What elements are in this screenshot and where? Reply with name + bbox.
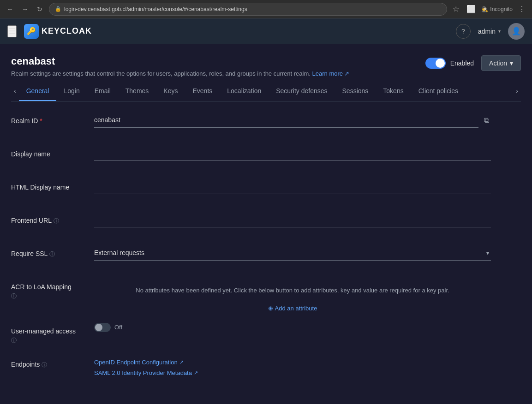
frontend-url-help-icon: ⓘ — [54, 217, 59, 225]
page-header-actions: Enabled Action ▾ — [425, 55, 521, 71]
url-bar[interactable]: 🔒 login-dev.cenabast.gob.cl/admin/master… — [49, 3, 447, 16]
tab-email[interactable]: Email — [87, 82, 118, 101]
action-button[interactable]: Action ▾ — [481, 55, 521, 71]
user-managed-off-label: Off — [114, 324, 122, 331]
endpoint-links: OpenID Endpoint Configuration ↗ SAML 2.0… — [94, 356, 491, 376]
incognito-area: 🕵 Incognito — [481, 6, 513, 12]
display-name-input[interactable] — [94, 146, 491, 161]
user-managed-input-col: Off — [94, 323, 491, 332]
endpoint-2-label: SAML 2.0 Identity Provider Metadata — [94, 369, 192, 376]
tab-scroll-right[interactable]: › — [513, 81, 521, 101]
app-header: ☰ 🔑 KEYCLOAK ? admin ▾ 👤 — [0, 18, 532, 44]
tab-events[interactable]: Events — [185, 82, 220, 101]
acr-empty-text: No attributes have been defined yet. Cli… — [136, 287, 449, 294]
endpoints-field: Endpoints ⓘ OpenID Endpoint Configuratio… — [11, 356, 521, 378]
tab-keys[interactable]: Keys — [156, 82, 185, 101]
reload-button[interactable]: ↻ — [34, 4, 45, 15]
require-ssl-select[interactable]: External requests None All requests — [94, 245, 491, 261]
browser-actions: ☆ ⬜ 🕵 Incognito ⋮ — [451, 3, 527, 15]
extensions-button[interactable]: ⬜ — [465, 3, 478, 15]
require-ssl-field: Require SSL ⓘ External requests None All… — [11, 245, 521, 267]
endpoints-label: Endpoints — [11, 361, 40, 368]
acr-help-icon: ⓘ — [11, 292, 72, 300]
avatar-icon: 👤 — [512, 27, 521, 36]
admin-menu[interactable]: admin ▾ — [478, 28, 501, 35]
realm-enabled-toggle[interactable] — [425, 58, 446, 69]
avatar[interactable]: 👤 — [508, 23, 525, 40]
back-button[interactable]: ← — [5, 4, 16, 15]
page-description: Realm settings are settings that control… — [11, 70, 425, 77]
html-display-name-label-col: HTML Display name — [11, 179, 94, 191]
menu-button[interactable]: ⋮ — [516, 3, 527, 15]
action-label: Action — [489, 59, 507, 67]
saml-endpoint-link[interactable]: SAML 2.0 Identity Provider Metadata ↗ — [94, 369, 491, 376]
add-attribute-label: Add an attribute — [275, 305, 317, 312]
external-link-icon: ↗ — [344, 70, 349, 77]
frontend-url-field: Frontend URL ⓘ — [11, 212, 521, 234]
logo-icon: 🔑 — [24, 24, 39, 39]
logo-text: KEYCLOAK — [42, 26, 92, 36]
logo-area: 🔑 KEYCLOAK — [24, 24, 92, 39]
endpoint-2-ext-icon: ↗ — [194, 370, 198, 376]
tab-login[interactable]: Login — [56, 82, 87, 101]
enabled-toggle-area: Enabled — [425, 58, 474, 69]
html-display-name-input[interactable] — [94, 179, 491, 194]
incognito-icon: 🕵 — [481, 6, 488, 12]
tab-tokens[interactable]: Tokens — [376, 82, 411, 101]
description-text: Realm settings are settings that control… — [11, 70, 311, 77]
tabs-container: ‹ General Login Email Themes Keys Events… — [11, 81, 521, 101]
realm-id-label-col: Realm ID * — [11, 113, 94, 125]
acr-label-col: ACR to LoA Mapping ⓘ — [11, 279, 94, 300]
display-name-label: Display name — [11, 150, 50, 158]
main-content: cenabast Realm settings are settings tha… — [0, 44, 532, 404]
acr-mapping-area: No attributes have been defined yet. Cli… — [94, 279, 491, 312]
add-attribute-button[interactable]: ⊕ Add an attribute — [268, 305, 317, 312]
frontend-url-label-col: Frontend URL ⓘ — [11, 212, 94, 225]
browser-chrome: ← → ↻ 🔒 login-dev.cenabast.gob.cl/admin/… — [0, 0, 532, 18]
forward-button[interactable]: → — [19, 4, 30, 15]
acr-empty-state: No attributes have been defined yet. Cli… — [94, 279, 491, 301]
tab-sessions[interactable]: Sessions — [335, 82, 376, 101]
html-display-name-field: HTML Display name — [11, 179, 521, 201]
realm-id-field: Realm ID * ⧉ — [11, 113, 521, 135]
realm-id-input[interactable] — [94, 113, 478, 128]
display-name-input-col — [94, 146, 491, 161]
page-header: cenabast Realm settings are settings tha… — [11, 55, 521, 77]
realm-id-label: Realm ID — [11, 117, 38, 125]
user-managed-toggle[interactable] — [94, 323, 111, 332]
enabled-label: Enabled — [450, 59, 474, 67]
form-section: Realm ID * ⧉ Display name — [11, 113, 521, 378]
tab-general[interactable]: General — [19, 82, 57, 101]
realm-id-input-col: ⧉ — [94, 113, 491, 128]
frontend-url-input[interactable] — [94, 212, 491, 227]
sidebar-toggle[interactable]: ☰ — [7, 25, 17, 37]
admin-dropdown-arrow: ▾ — [498, 29, 501, 34]
user-managed-label-col: User-managed access ⓘ — [11, 323, 94, 345]
url-text: login-dev.cenabast.gob.cl/admin/master/c… — [64, 6, 247, 12]
display-name-label-col: Display name — [11, 146, 94, 158]
user-managed-help-icon: ⓘ — [11, 337, 76, 345]
require-ssl-help-icon: ⓘ — [49, 250, 55, 258]
bookmark-button[interactable]: ☆ — [451, 3, 461, 15]
realm-id-required: * — [40, 117, 42, 125]
tab-themes[interactable]: Themes — [118, 82, 156, 101]
openid-endpoint-link[interactable]: OpenID Endpoint Configuration ↗ — [94, 359, 491, 366]
learn-more-link[interactable]: Learn more ↗ — [312, 70, 349, 77]
help-button[interactable]: ? — [456, 24, 471, 39]
action-dropdown-arrow: ▾ — [510, 59, 513, 67]
toggle-knob — [436, 59, 445, 68]
tab-localization[interactable]: Localization — [220, 82, 269, 101]
tab-scroll-left[interactable]: ‹ — [11, 81, 19, 101]
tab-security-defenses[interactable]: Security defenses — [269, 82, 335, 101]
page-title: cenabast — [11, 55, 425, 67]
frontend-url-label: Frontend URL — [11, 217, 52, 224]
html-display-name-input-col — [94, 179, 491, 194]
html-display-name-label: HTML Display name — [11, 184, 69, 191]
display-name-field: Display name — [11, 146, 521, 168]
realm-id-copy-button[interactable]: ⧉ — [482, 114, 491, 126]
endpoints-help-icon: ⓘ — [42, 361, 47, 369]
copy-icon: ⧉ — [484, 116, 489, 124]
require-ssl-select-wrapper: External requests None All requests ▾ — [94, 245, 491, 261]
realm-id-input-wrapper: ⧉ — [94, 113, 491, 128]
tab-client-policies[interactable]: Client policies — [411, 82, 466, 101]
